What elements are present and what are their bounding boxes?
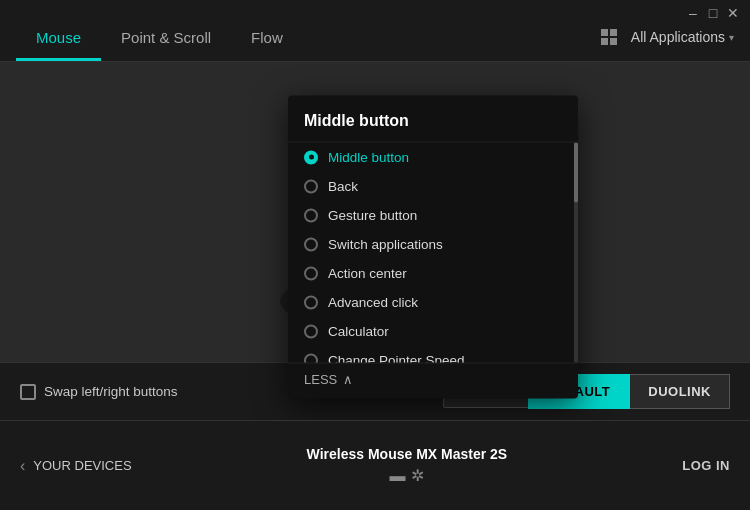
swap-checkbox[interactable] <box>20 384 36 400</box>
radio-empty-icon <box>304 208 318 222</box>
minimize-button[interactable]: – <box>684 4 702 22</box>
grid-icon <box>595 23 623 51</box>
dropdown-item-label: Back <box>328 179 358 194</box>
maximize-button[interactable]: □ <box>704 4 722 22</box>
device-name: Wireless Mouse MX Master 2S <box>307 446 508 462</box>
svg-rect-0 <box>601 29 608 36</box>
dropdown-item-label: Advanced click <box>328 295 418 310</box>
chevron-up-icon: ∧ <box>343 372 353 387</box>
dropdown-title: Middle button <box>288 96 578 143</box>
less-label: LESS <box>304 372 337 387</box>
tab-point-scroll[interactable]: Point & Scroll <box>101 17 231 61</box>
nav-tabs: Mouse Point & Scroll Flow <box>16 17 595 61</box>
duolink-button[interactable]: DUOLINK <box>630 374 730 409</box>
dropdown-item-change-pointer[interactable]: Change Pointer Speed <box>288 346 578 363</box>
app-selector-label: All Applications <box>631 29 725 45</box>
dropdown-less-button[interactable]: LESS ∧ <box>288 363 578 399</box>
swap-label: Swap left/right buttons <box>44 384 178 399</box>
dropdown-item-label: Action center <box>328 266 407 281</box>
battery-icon: ▬ <box>389 467 405 485</box>
tab-flow[interactable]: Flow <box>231 17 303 61</box>
header: Mouse Point & Scroll Flow All Applicatio… <box>0 0 750 62</box>
chevron-left-icon: ‹ <box>20 457 25 475</box>
dropdown-item-label: Middle button <box>328 150 409 165</box>
dropdown-list[interactable]: Middle button Back Gesture button Switch… <box>288 143 578 363</box>
svg-rect-3 <box>610 38 617 45</box>
dropdown-item-gesture[interactable]: Gesture button <box>288 201 578 230</box>
svg-rect-2 <box>601 38 608 45</box>
dropdown-item-action-center[interactable]: Action center <box>288 259 578 288</box>
your-devices-label: YOUR DEVICES <box>33 458 131 473</box>
close-button[interactable]: ✕ <box>724 4 742 22</box>
svg-rect-1 <box>610 29 617 36</box>
title-bar: – □ ✕ <box>676 0 750 26</box>
dropdown-item-switch-apps[interactable]: Switch applications <box>288 230 578 259</box>
radio-empty-icon <box>304 324 318 338</box>
swap-buttons-area[interactable]: Swap left/right buttons <box>20 384 178 400</box>
radio-filled-icon <box>304 150 318 164</box>
dropdown-popup: Middle button Middle button Back Gesture… <box>288 96 578 399</box>
scrollbar-thumb[interactable] <box>574 143 578 203</box>
bluetooth-icon: ✲ <box>411 466 424 485</box>
app-selector[interactable]: All Applications ▾ <box>631 29 734 45</box>
radio-empty-icon <box>304 353 318 363</box>
device-icons: ▬ ✲ <box>389 466 424 485</box>
dropdown-item-label: Gesture button <box>328 208 417 223</box>
dropdown-item-advanced-click[interactable]: Advanced click <box>288 288 578 317</box>
dropdown-item-middle-button[interactable]: Middle button <box>288 143 578 172</box>
dropdown-item-label: Change Pointer Speed <box>328 353 465 363</box>
radio-empty-icon <box>304 295 318 309</box>
radio-empty-icon <box>304 179 318 193</box>
dropdown-item-back[interactable]: Back <box>288 172 578 201</box>
footer: ‹ YOUR DEVICES Wireless Mouse MX Master … <box>0 420 750 510</box>
chevron-down-icon: ▾ <box>729 32 734 43</box>
header-right: All Applications ▾ <box>595 23 734 61</box>
footer-center: Wireless Mouse MX Master 2S ▬ ✲ <box>132 446 683 485</box>
dropdown-item-calculator[interactable]: Calculator <box>288 317 578 346</box>
radio-empty-icon <box>304 266 318 280</box>
login-button[interactable]: LOG IN <box>682 458 730 473</box>
dropdown-item-label: Switch applications <box>328 237 443 252</box>
dropdown-item-label: Calculator <box>328 324 389 339</box>
tab-mouse[interactable]: Mouse <box>16 17 101 61</box>
your-devices-button[interactable]: ‹ YOUR DEVICES <box>20 457 132 475</box>
radio-empty-icon <box>304 237 318 251</box>
